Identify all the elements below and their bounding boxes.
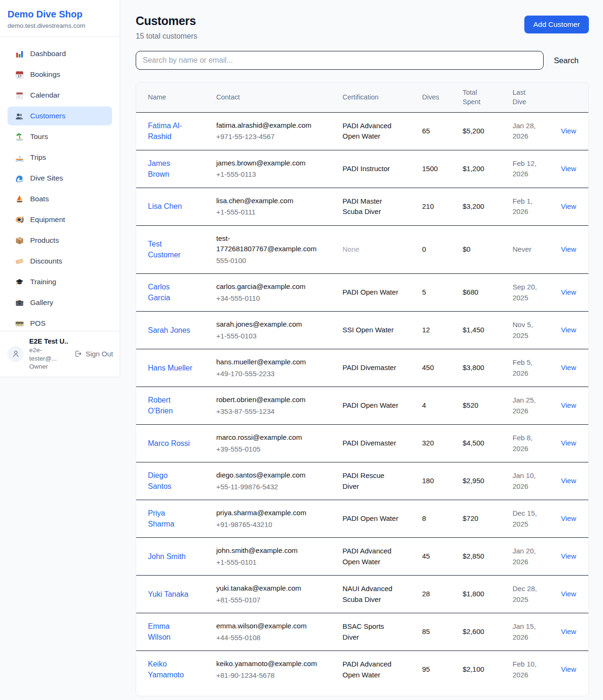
customer-dives: 210 [410, 188, 451, 225]
table-row: John Smithjohn.smith@example.com+1-555-0… [136, 538, 588, 576]
customer-total-spent: $2,600 [451, 613, 501, 651]
customer-phone: +44-555-0108 [216, 633, 329, 643]
sidebar-item-equipment[interactable]: Equipment [8, 210, 112, 229]
customer-total-spent: $1,450 [451, 312, 501, 349]
main-content: Customers 15 total customers Add Custome… [120, 0, 603, 696]
view-customer-link[interactable]: View [561, 514, 576, 522]
sidebar-item-dashboard[interactable]: Dashboard [8, 44, 112, 63]
sidebar-item-calendar[interactable]: Calendar [8, 86, 112, 105]
customer-dives: 28 [410, 576, 451, 613]
customer-name-link[interactable]: Sarah Jones [148, 325, 190, 336]
view-customer-link[interactable]: View [561, 401, 576, 409]
view-customer-link[interactable]: View [561, 590, 576, 598]
customer-phone: +34-555-0110 [216, 293, 329, 304]
customer-dives: 8 [410, 500, 451, 538]
customer-total-spent: $2,100 [451, 651, 501, 689]
table-row: Hans Muellerhans.mueller@example.com+49-… [136, 349, 588, 387]
customer-certification: PADI Rescue Diver [342, 470, 401, 492]
customer-phone: +55-11-99876-5432 [216, 482, 329, 493]
customer-name-link[interactable]: Carlos Garcia [148, 281, 193, 303]
view-customer-link[interactable]: View [561, 363, 576, 371]
sidebar-item-dive-sites[interactable]: Dive Sites [8, 169, 112, 188]
sidebar-item-label: Discounts [30, 257, 62, 265]
search-input[interactable] [136, 51, 544, 70]
customer-certification: PADI Open Water [342, 287, 398, 298]
sidebar-item-customers[interactable]: Customers [8, 107, 112, 125]
customer-name-link[interactable]: Test Customer [148, 239, 193, 260]
sidebar-item-boats[interactable]: Boats [8, 189, 112, 208]
view-customer-link[interactable]: View [561, 288, 576, 296]
customer-last-dive: Sep 20, 2025 [513, 282, 541, 303]
sidebar-item-label: Boats [30, 195, 49, 203]
customer-last-dive: Nov 5, 2025 [513, 320, 541, 341]
customer-name-link[interactable]: Diego Santos [148, 470, 193, 492]
sidebar-item-label: Bookings [30, 70, 60, 79]
sidebar-item-bookings[interactable]: 17Bookings [8, 65, 112, 84]
customer-dives: 12 [410, 312, 451, 349]
sidebar-item-label: Gallery [30, 298, 53, 307]
brand: Demo Dive Shop demo.test.divestreams.com [0, 0, 120, 37]
customer-total-spent: $5,200 [451, 112, 501, 150]
customer-email: yuki.tanaka@example.com [216, 583, 323, 594]
view-customer-link[interactable]: View [561, 165, 576, 173]
speedboat-icon [15, 153, 24, 162]
sign-out-button[interactable]: Sign Out [74, 350, 113, 358]
customer-phone: +91-98765-43210 [216, 519, 329, 530]
customer-total-spent: $520 [451, 387, 501, 425]
customer-dives: 85 [410, 613, 451, 651]
customer-name-link[interactable]: Marco Rossi [148, 438, 190, 449]
view-customer-link[interactable]: View [561, 552, 576, 560]
svg-text:17: 17 [17, 74, 21, 78]
sidebar-item-trips[interactable]: Trips [8, 148, 112, 167]
bar-chart-icon [15, 49, 24, 58]
customer-name-link[interactable]: Keiko Yamamoto [148, 659, 193, 680]
view-customer-link[interactable]: View [561, 245, 576, 253]
customer-name-link[interactable]: Priya Sharma [148, 508, 193, 529]
search-button[interactable]: Search [544, 56, 589, 65]
customer-total-spent: $4,500 [451, 425, 501, 462]
sidebar-item-pos[interactable]: POS [8, 314, 112, 331]
customer-last-dive: Feb 12, 2026 [513, 158, 541, 180]
shop-name: Demo Dive Shop [8, 8, 112, 20]
customer-name-link[interactable]: Yuki Tanaka [148, 589, 188, 600]
people-icon [15, 111, 24, 121]
customer-email: keiko.yamamoto@example.com [216, 659, 323, 669]
view-customer-link[interactable]: View [561, 439, 576, 447]
customer-name-link[interactable]: James Brown [148, 158, 193, 180]
sidebar-item-tours[interactable]: Tours [8, 127, 112, 146]
view-customer-link[interactable]: View [561, 665, 576, 673]
sidebar-item-products[interactable]: Products [8, 231, 112, 250]
view-customer-link[interactable]: View [561, 477, 576, 485]
customer-name-link[interactable]: John Smith [148, 551, 186, 562]
customer-certification: NAUI Advanced Scuba Diver [342, 584, 401, 605]
customer-last-dive: Jan 20, 2026 [513, 546, 541, 567]
view-customer-link[interactable]: View [561, 202, 576, 210]
column-header-contact: Contact [204, 82, 331, 112]
customer-name-link[interactable]: Hans Mueller [148, 362, 192, 373]
customer-dives: 65 [410, 112, 451, 150]
table-row: Sarah Jonessarah.jones@example.com+1-555… [136, 312, 588, 349]
customer-count: 15 total customers [136, 32, 197, 41]
customer-name-link[interactable]: Fatima Al-Rashid [148, 120, 193, 142]
view-customer-link[interactable]: View [561, 627, 576, 635]
table-row: Robert O'Brienrobert.obrien@example.com+… [136, 387, 588, 425]
sidebar-item-label: Calendar [30, 91, 60, 99]
customer-last-dive: Dec 28, 2025 [513, 584, 541, 605]
customer-email: john.smith@example.com [216, 545, 323, 556]
person-icon [11, 349, 20, 358]
column-header-name: Name [136, 82, 204, 112]
customer-name-link[interactable]: Lisa Chen [148, 201, 182, 212]
customer-name-link[interactable]: Robert O'Brien [148, 395, 193, 416]
view-customer-link[interactable]: View [561, 326, 576, 334]
customer-email: robert.obrien@example.com [216, 395, 323, 405]
user-name: E2E Test U... [29, 337, 68, 346]
customer-name-link[interactable]: Emma Wilson [148, 621, 193, 642]
view-customer-link[interactable]: View [561, 127, 576, 135]
customer-certification: PADI Open Water [342, 513, 398, 524]
add-customer-button[interactable]: Add Customer [524, 16, 589, 33]
sidebar-item-discounts[interactable]: Discounts [8, 252, 112, 271]
sidebar-item-gallery[interactable]: Gallery [8, 293, 112, 312]
sidebar-item-training[interactable]: Training [8, 272, 112, 291]
sidebar-item-label: Products [30, 236, 59, 245]
table-row: Carlos Garciacarlos.garcia@example.com+3… [136, 274, 588, 312]
